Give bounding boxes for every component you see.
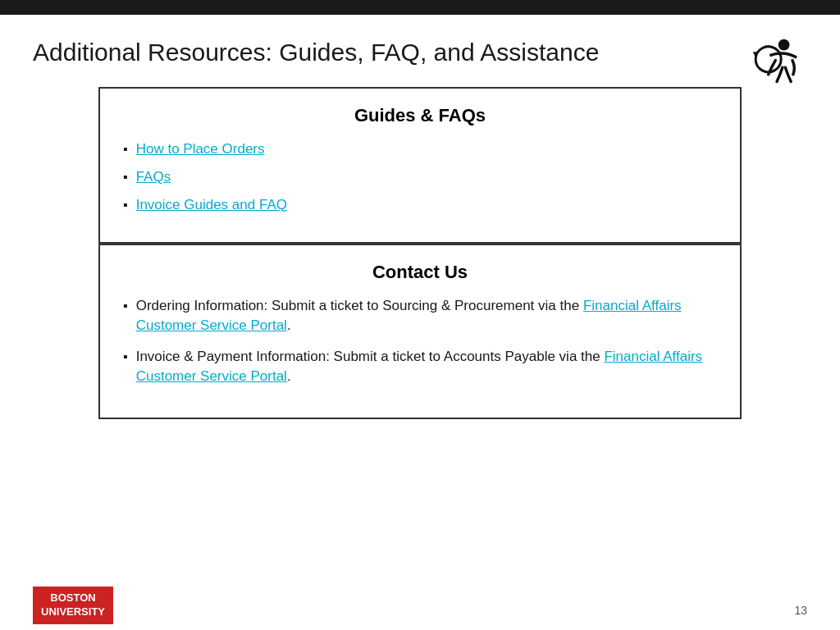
accessibility-icon: [748, 38, 806, 84]
contact-box: Contact Us Ordering Information: Submit …: [98, 244, 742, 418]
svg-point-0: [778, 39, 790, 51]
list-item: FAQs: [123, 167, 717, 187]
logo-line2: UNIVERSITY: [41, 605, 105, 619]
accessibility-icon-area: [748, 38, 807, 87]
contact-list: Ordering Information: Submit a ticket to…: [123, 296, 717, 386]
page-title: Additional Resources: Guides, FAQ, and A…: [33, 38, 807, 67]
logo-line1: BOSTON: [41, 591, 105, 605]
bottom-bar: BOSTON UNIVERSITY 13: [0, 581, 840, 630]
ordering-info-prefix: Ordering Information: Submit a ticket to…: [136, 298, 583, 313]
guides-title: Guides & FAQs: [123, 105, 717, 126]
list-item: Invoice Guides and FAQ: [123, 195, 717, 215]
guides-box: Guides & FAQs How to Place Orders FAQs I…: [98, 87, 742, 244]
list-item: Invoice & Payment Information: Submit a …: [123, 347, 717, 386]
faqs-link[interactable]: FAQs: [136, 167, 171, 187]
invoice-info-prefix: Invoice & Payment Information: Submit a …: [136, 349, 605, 364]
invoice-info-suffix: .: [287, 368, 291, 384]
ordering-info-suffix: .: [287, 317, 291, 333]
invoice-guides-link[interactable]: Invoice Guides and FAQ: [136, 195, 287, 215]
main-boxes: Guides & FAQs How to Place Orders FAQs I…: [98, 87, 742, 419]
boston-university-logo: BOSTON UNIVERSITY: [33, 587, 113, 624]
list-item: Ordering Information: Submit a ticket to…: [123, 296, 717, 336]
slide-number: 13: [794, 604, 807, 617]
how-to-place-orders-link[interactable]: How to Place Orders: [136, 139, 265, 159]
list-item: How to Place Orders: [123, 139, 717, 159]
slide-content: Additional Resources: Guides, FAQ, and A…: [0, 15, 840, 436]
contact-title: Contact Us: [123, 262, 717, 283]
guides-list: How to Place Orders FAQs Invoice Guides …: [123, 139, 717, 214]
top-bar: [0, 0, 840, 15]
